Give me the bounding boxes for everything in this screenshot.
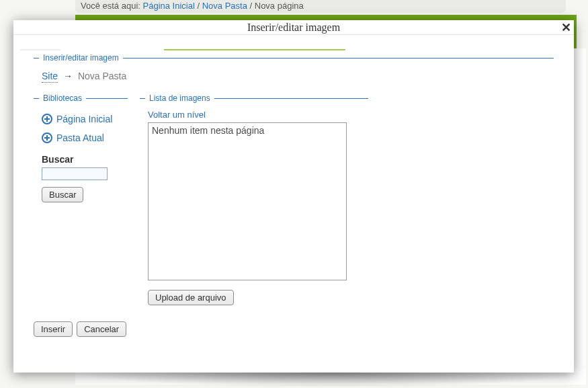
search-input[interactable]	[42, 167, 108, 180]
image-list-box[interactable]: Nenhum item nesta página	[148, 122, 347, 280]
fieldset-libraries-legend: Bibliotecas	[39, 93, 86, 103]
page-breadcrumb: Você está aqui: Página Inicial / Nova Pa…	[75, 0, 566, 13]
libraries-column: Bibliotecas Página Inicial Pasta Atual B…	[34, 93, 128, 212]
modal-titlebar: Inserir/editar imagem ✕	[13, 20, 574, 35]
breadcrumb-link-home[interactable]: Página Inicial	[143, 1, 195, 11]
tab-inactive-2[interactable]	[62, 35, 163, 50]
library-item-label: Página Inicial	[56, 114, 112, 124]
image-list-column: Lista de imagens Voltar um nível Nenhum …	[140, 93, 368, 315]
library-item-current-folder[interactable]: Pasta Atual	[42, 128, 128, 147]
insert-button[interactable]: Inserir	[34, 321, 73, 337]
modal-scrollarea[interactable]: Inserir/editar imagem Site → Nova Pasta …	[13, 51, 574, 373]
fieldset-main: Inserir/editar imagem Site → Nova Pasta	[34, 53, 554, 85]
breadcrumb-link-folder[interactable]: Nova Pasta	[202, 1, 247, 11]
nav-icon	[42, 114, 52, 124]
upload-file-button[interactable]: Upload de arquivo	[148, 290, 234, 305]
cancel-button[interactable]: Cancelar	[77, 321, 126, 337]
breadcrumb-current-folder: Nova Pasta	[78, 71, 126, 81]
search-button[interactable]: Buscar	[42, 187, 83, 202]
modal-content: Inserir/editar imagem Site → Nova Pasta …	[13, 51, 574, 373]
library-item-home[interactable]: Página Inicial	[42, 110, 128, 128]
fieldset-libraries: Bibliotecas Página Inicial Pasta Atual B…	[34, 93, 128, 204]
breadcrumb-current: Nova página	[255, 1, 304, 11]
fieldset-main-legend: Inserir/editar imagem	[39, 53, 123, 63]
tab-active[interactable]	[164, 35, 345, 50]
search-label: Buscar	[42, 154, 128, 165]
image-browser-breadcrumb: Site → Nova Pasta	[42, 69, 546, 84]
fieldset-image-list-legend: Lista de imagens	[145, 93, 214, 103]
up-one-level-link[interactable]: Voltar um nível	[148, 110, 206, 120]
library-item-label: Pasta Atual	[56, 132, 104, 143]
arrow-right-icon: →	[63, 71, 73, 81]
fieldset-image-list: Lista de imagens Voltar um nível Nenhum …	[140, 93, 368, 307]
modal-title: Inserir/editar imagem	[247, 22, 340, 34]
page-shadow	[75, 373, 586, 387]
breadcrumb-prefix: Você está aqui:	[81, 1, 140, 11]
modal-actions: Inserir Cancelar	[34, 315, 554, 337]
close-icon[interactable]: ✕	[561, 22, 571, 34]
modal-tabstrip	[13, 35, 574, 50]
image-list-empty-message: Nenhum item nesta página	[152, 125, 264, 136]
insert-image-modal: Inserir/editar imagem ✕ Inserir/editar i…	[13, 20, 574, 373]
tab-inactive-1[interactable]	[20, 35, 60, 50]
nav-icon	[42, 132, 52, 143]
breadcrumb-root-link[interactable]: Site	[42, 71, 58, 83]
